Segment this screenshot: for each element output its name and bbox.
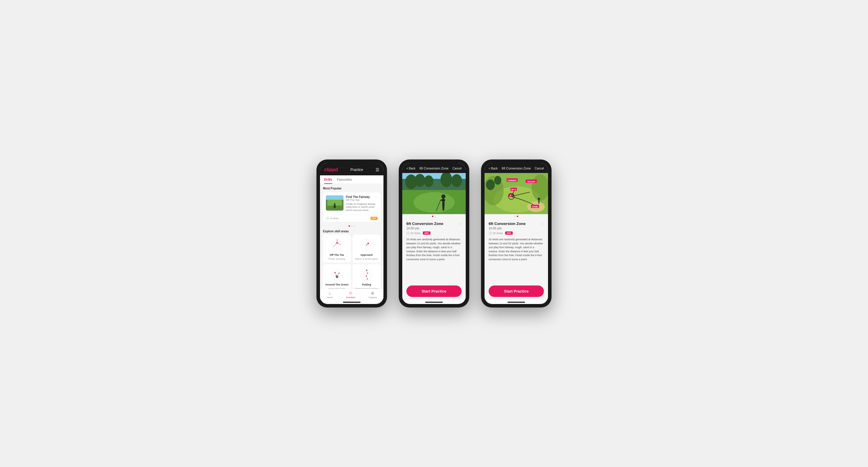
phone-1-screen: clippd Practice ☰ Drills Favourites Most… <box>320 163 383 304</box>
phone-2-screen: < Back 6ft Conversion Zone Cancel <box>402 163 466 304</box>
image-carousel-dots <box>402 214 466 219</box>
phone-1: clippd Practice ☰ Drills Favourites Most… <box>316 160 387 307</box>
featured-drill-image <box>326 195 343 210</box>
back-button-3[interactable]: < Back <box>489 167 498 170</box>
img-dot-2[interactable] <box>435 215 436 217</box>
phone2-content: 6ft Conversion Zone ☆ 10-50 yds 🕐 20 sho… <box>402 173 466 300</box>
drill-meta-3: 🕐 20 shots ARG <box>489 231 544 235</box>
favourite-star[interactable]: ☆ <box>374 195 378 199</box>
phone3-header: < Back 6ft Conversion Zone Cancel <box>485 163 548 173</box>
ott-icon-area <box>330 238 344 252</box>
dot-2[interactable] <box>351 225 352 227</box>
dot-3[interactable] <box>354 225 355 227</box>
svg-text:Miss: Miss <box>511 189 516 191</box>
tab-favourites[interactable]: Favourites <box>337 175 352 184</box>
nav-activities-label: Activities <box>346 296 355 299</box>
img-dot-1[interactable] <box>432 215 433 217</box>
ott-badge: OTT <box>371 217 378 220</box>
featured-drill-subtitle: Off The Tee <box>346 199 370 201</box>
phone1-content: Most Popular <box>320 184 383 289</box>
drill-shots: 🕐 20 shots <box>406 232 421 235</box>
activities-icon: ♲ <box>349 291 352 296</box>
img-dot-3-2[interactable] <box>517 215 518 217</box>
nav-activities[interactable]: ♲ Activities <box>346 291 355 299</box>
image-carousel-dots-3 <box>485 214 548 219</box>
clippd-logo: clippd <box>324 167 338 172</box>
menu-icon[interactable]: ☰ <box>375 167 379 172</box>
svg-text:SAND: SAND <box>532 206 538 208</box>
nav-capture-label: Capture <box>369 296 377 299</box>
svg-point-26 <box>366 244 367 245</box>
svg-rect-58 <box>440 199 445 201</box>
skill-card-around-green[interactable]: Around The Green Hone your short game <box>323 264 351 289</box>
tabs-bar: Drills Favourites <box>320 175 383 184</box>
nav-capture[interactable]: ⊕ Capture <box>369 291 377 299</box>
phone-2-notch <box>422 160 446 161</box>
svg-point-67 <box>486 179 495 190</box>
start-practice-button[interactable]: Start Practice <box>406 286 462 297</box>
home-bar-2 <box>425 302 443 303</box>
most-popular-title: Most Popular <box>323 187 380 190</box>
drill-title: 6ft Conversion Zone <box>406 222 443 226</box>
phone3-content: FAIRWAY ROUGH Miss Hit <box>485 173 548 300</box>
drill-yards-3: 10-50 yds <box>489 227 544 230</box>
drill-title-3: 6ft Conversion Zone <box>489 222 526 226</box>
explore-title: Explore skill areas <box>323 230 380 233</box>
cancel-button[interactable]: Cancel <box>453 167 462 170</box>
atg-icon-area <box>330 267 344 282</box>
drill-info: 6ft Conversion Zone ☆ 10-50 yds 🕐 20 sho… <box>402 219 466 282</box>
bottom-nav: ⌂ Home ♲ Activities ⊕ Capture <box>320 289 383 300</box>
svg-point-37 <box>339 273 340 274</box>
drill-shots-3: 🕐 20 shots <box>489 232 503 235</box>
phone-notch <box>340 160 364 161</box>
svg-rect-81 <box>538 200 539 204</box>
capture-icon: ⊕ <box>371 291 374 296</box>
arg-badge: ARG <box>423 231 431 235</box>
featured-drill-card[interactable]: Find The Fairway Off The Tee ☆ Create an… <box>323 192 380 222</box>
drill-title-row: 6ft Conversion Zone ☆ <box>406 222 462 226</box>
dot-1[interactable] <box>348 225 350 227</box>
back-button[interactable]: < Back <box>406 167 415 170</box>
skill-grid: Off The Tee Power accuracy <box>323 235 380 289</box>
drill-description-3: 20 shots are randomly generated at dista… <box>489 238 544 261</box>
cancel-button-3[interactable]: Cancel <box>535 167 544 170</box>
skill-card-approach[interactable]: Approach Dial-in to hit the green <box>352 235 380 263</box>
skill-desc-approach: Dial-in to hit the green <box>355 258 378 260</box>
drill-favourite-star[interactable]: ☆ <box>458 222 462 226</box>
start-practice-button-3[interactable]: Start Practice <box>489 286 544 297</box>
arg-badge-3: ARG <box>505 231 513 235</box>
putting-icon-area <box>360 267 374 282</box>
drill-yards: 10-50 yds <box>406 227 462 230</box>
home-bar <box>343 302 361 303</box>
svg-point-4 <box>334 205 336 208</box>
clock-icon-3: 🕐 <box>489 232 492 235</box>
home-bar-3 <box>507 302 525 303</box>
app-header: clippd Practice ☰ <box>320 163 383 175</box>
phone3-header-title: 6ft Conversion Zone <box>502 167 531 170</box>
featured-drill-text: Find The Fairway Off The Tee ☆ Create an… <box>346 195 378 212</box>
drill-info-3: 6ft Conversion Zone ☆ 10-50 yds 🕐 20 sho… <box>485 219 548 282</box>
drill-favourite-star-3[interactable]: ☆ <box>540 222 544 226</box>
skill-card-putting[interactable]: Putting Make and lag practice <box>352 264 380 289</box>
svg-point-50 <box>414 174 425 187</box>
skill-desc-ott: Power accuracy <box>329 258 345 260</box>
svg-point-53 <box>451 174 462 187</box>
svg-point-68 <box>494 176 501 185</box>
drill-image-photo <box>402 173 466 214</box>
svg-text:FAIRWAY: FAIRWAY <box>507 179 517 181</box>
tab-drills[interactable]: Drills <box>324 175 332 184</box>
nav-home[interactable]: ⌂ Home <box>327 291 333 299</box>
svg-point-55 <box>413 192 455 213</box>
svg-point-36 <box>334 272 336 273</box>
header-title: Practice <box>350 168 363 172</box>
drill-meta: 🕐 20 shots ARG <box>406 231 462 235</box>
phone-2: < Back 6ft Conversion Zone Cancel <box>399 160 469 307</box>
phone-3: < Back 6ft Conversion Zone Cancel <box>481 160 552 307</box>
carousel-dots <box>323 224 380 228</box>
img-dot-3-1[interactable] <box>514 215 516 217</box>
skill-card-off-the-tee[interactable]: Off The Tee Power accuracy <box>323 235 351 263</box>
skill-name-approach: Approach <box>360 254 373 257</box>
featured-card-footer: 🕐 10 shots OTT <box>323 215 380 222</box>
skill-name-ott: Off The Tee <box>330 254 344 257</box>
featured-drill-name: Find The Fairway <box>346 195 370 199</box>
